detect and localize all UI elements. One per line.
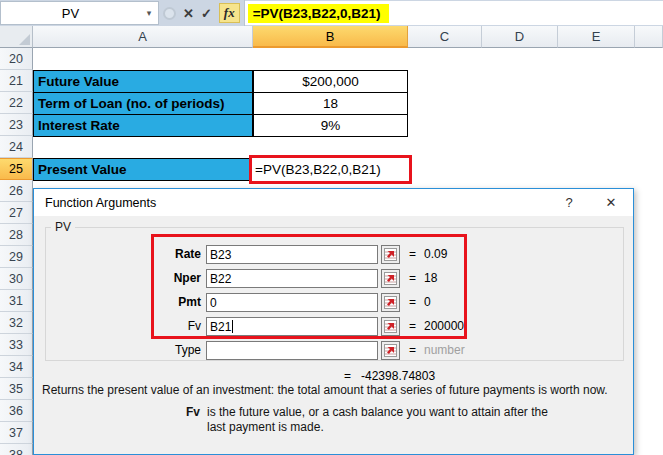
name-box[interactable]: PV ▾ [0, 1, 159, 25]
range-selector-icon[interactable] [381, 269, 400, 288]
row-header-27[interactable]: 27 [0, 202, 33, 224]
function-arguments-dialog: Function Arguments ? ✕ PV RateB23=0.09Np… [33, 188, 634, 455]
text-caret [232, 320, 233, 333]
row-header-35[interactable]: 35 [0, 378, 33, 400]
dialog-body: PV RateB23=0.09NperB22=18Pmt0=0FvB21=200… [34, 216, 633, 454]
formula-result: -42398.74803 [361, 369, 435, 383]
cell-A21[interactable]: Future Value [33, 70, 253, 93]
row-header-20[interactable]: 20 [0, 48, 33, 70]
help-term: Fv [184, 405, 200, 435]
row-header-29[interactable]: 29 [0, 246, 33, 268]
row-header-28[interactable]: 28 [0, 224, 33, 246]
dialog-title-bar[interactable]: Function Arguments ? ✕ [34, 189, 633, 216]
field-value-rate: B23 [210, 248, 231, 262]
name-box-dropdown-icon[interactable]: ▾ [140, 8, 158, 18]
cell-B22[interactable]: 18 [253, 92, 408, 115]
formula-text: =PV(B23,B22,0,B21) [248, 4, 389, 23]
function-description: Returns the present value of an investme… [42, 383, 625, 397]
field-value-fv: B21 [210, 320, 231, 334]
field-input-rate[interactable]: B23 [206, 245, 378, 264]
cell-A25[interactable]: Present Value [33, 158, 253, 181]
column-header-A[interactable]: A [33, 26, 253, 48]
range-selector-icon[interactable] [381, 317, 400, 336]
field-equals-fv: = [409, 317, 416, 336]
excel-window: PV ▾ ✕ ✓ fx =PV(B23,B22,0,B21) ABCDE 202… [0, 0, 663, 455]
field-equals-rate: = [409, 245, 416, 264]
field-value-nper: B22 [210, 272, 231, 286]
row-header-33[interactable]: 33 [0, 334, 33, 356]
row-header-23[interactable]: 23 [0, 114, 33, 136]
field-input-fv[interactable]: B21 [206, 317, 378, 336]
cell-B23[interactable]: 9% [253, 114, 408, 137]
field-label-type: Type [94, 341, 201, 360]
formula-bar-buttons: ✕ ✓ fx [159, 0, 245, 26]
select-all-corner[interactable] [0, 26, 33, 48]
row-header-26[interactable]: 26 [0, 180, 33, 202]
cell-A23[interactable]: Interest Rate [33, 114, 253, 137]
row-header-38[interactable]: 38 [0, 444, 33, 455]
dialog-field-pmt: Pmt0=0 [34, 293, 633, 312]
cell-B25-formula[interactable]: =PV(B23,B22,0,B21) [249, 155, 412, 184]
row-header-30[interactable]: 30 [0, 268, 33, 290]
dialog-field-fv: FvB21=200000 [34, 317, 633, 336]
field-value-pmt: 0 [210, 296, 217, 310]
column-header-B[interactable]: B [253, 26, 408, 48]
field-input-pmt[interactable]: 0 [206, 293, 378, 312]
cell-A22[interactable]: Term of Loan (no. of periods) [33, 92, 253, 115]
column-header-partial[interactable] [635, 26, 663, 48]
field-result-type: number [424, 341, 465, 360]
range-selector-icon[interactable] [381, 293, 400, 312]
row-header-34[interactable]: 34 [0, 356, 33, 378]
equals-sign: = [344, 369, 351, 383]
row-header-24[interactable]: 24 [0, 136, 33, 158]
field-label-pmt: Pmt [94, 293, 201, 312]
range-selector-icon[interactable] [381, 341, 400, 360]
row-header-37[interactable]: 37 [0, 422, 33, 444]
field-result-pmt: 0 [424, 293, 431, 312]
help-text: is the future value, or a cash balance y… [207, 405, 563, 435]
field-equals-nper: = [409, 269, 416, 288]
formula-result-line: =-42398.74803 [344, 369, 435, 383]
formula-bar-input[interactable]: =PV(B23,B22,0,B21) [245, 1, 663, 25]
field-input-nper[interactable]: B22 [206, 269, 378, 288]
row-header-36[interactable]: 36 [0, 400, 33, 422]
field-equals-pmt: = [409, 293, 416, 312]
row-header-25[interactable]: 25 [0, 158, 33, 180]
row-header-31[interactable]: 31 [0, 290, 33, 312]
column-header-D[interactable]: D [482, 26, 558, 48]
row-header-22[interactable]: 22 [0, 92, 33, 114]
column-headers: ABCDE [0, 26, 663, 48]
range-selector-icon[interactable] [381, 245, 400, 264]
dialog-field-rate: RateB23=0.09 [34, 245, 633, 264]
field-input-type[interactable] [206, 341, 378, 360]
column-header-C[interactable]: C [408, 26, 482, 48]
formula-bar-row: PV ▾ ✕ ✓ fx =PV(B23,B22,0,B21) [0, 0, 663, 27]
dialog-field-type: Type=number [34, 341, 633, 360]
dialog-field-nper: NperB22=18 [34, 269, 633, 288]
field-equals-type: = [409, 341, 416, 360]
dialog-title: Function Arguments [34, 196, 549, 210]
help-icon[interactable]: ? [549, 195, 589, 210]
row-header-32[interactable]: 32 [0, 312, 33, 334]
name-box-value: PV [1, 6, 140, 21]
row-header-21[interactable]: 21 [0, 70, 33, 92]
collapse-dot-icon [163, 7, 176, 20]
cell-B21[interactable]: $200,000 [253, 70, 408, 93]
field-result-fv: 200000 [424, 317, 464, 336]
column-header-E[interactable]: E [558, 26, 635, 48]
field-result-rate: 0.09 [424, 245, 447, 264]
close-icon[interactable]: ✕ [589, 195, 633, 210]
enter-icon[interactable]: ✓ [201, 6, 212, 21]
insert-function-icon[interactable]: fx [219, 3, 240, 23]
field-label-rate: Rate [94, 245, 201, 264]
argument-help: Fv is the future value, or a cash balanc… [184, 405, 604, 435]
cancel-icon[interactable]: ✕ [183, 6, 194, 21]
function-name-label: PV [51, 220, 75, 234]
corner-triangle-icon [19, 34, 30, 45]
field-result-nper: 18 [424, 269, 437, 288]
field-label-nper: Nper [94, 269, 201, 288]
field-label-fv: Fv [94, 317, 201, 336]
